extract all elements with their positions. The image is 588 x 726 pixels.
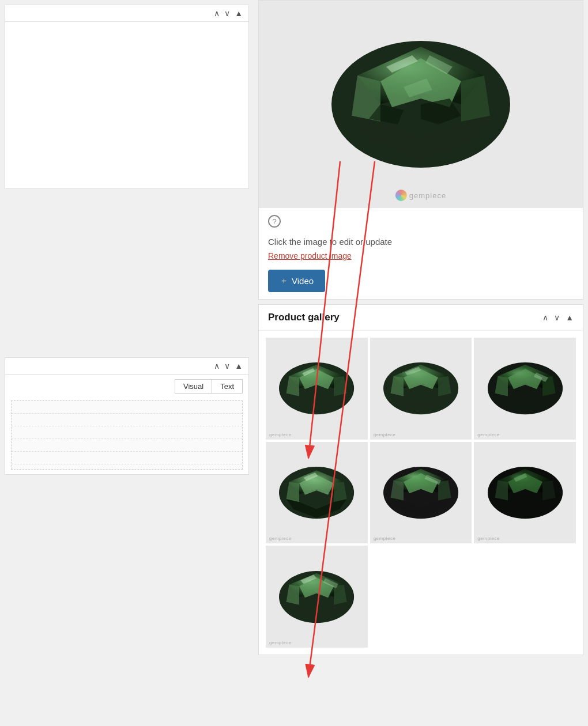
gallery-watermark-3: gempiece <box>477 432 500 437</box>
editor-line-1 <box>12 401 242 414</box>
plus-icon: ＋ <box>280 275 288 286</box>
gallery-toolbar: ∧ ∨ ▲ <box>542 313 574 322</box>
editor-line-3 <box>12 426 242 439</box>
editor-area[interactable] <box>11 400 243 470</box>
video-label: Video <box>292 276 314 286</box>
gallery-item-7[interactable]: gempiece <box>266 546 368 648</box>
product-image-container[interactable]: gempiece <box>259 1 583 208</box>
gempiece-watermark: gempiece <box>395 190 446 201</box>
product-gallery-block: Product gallery ∧ ∨ ▲ <box>258 304 583 655</box>
gallery-watermark-6: gempiece <box>477 536 500 541</box>
gallery-watermark-2: gempiece <box>374 432 396 437</box>
left-block-1-toolbar: ∧ ∨ ▲ <box>5 5 248 22</box>
gallery-up-icon[interactable]: ∧ <box>542 313 548 322</box>
gallery-item-2[interactable]: gempiece <box>370 338 472 440</box>
right-panel: gempiece ? Click the image to edit or up… <box>254 0 588 726</box>
left-spacer <box>0 189 254 350</box>
gallery-watermark-5: gempiece <box>374 536 396 541</box>
visual-text-tabs: Visual Text <box>5 375 248 398</box>
remove-product-image-link[interactable]: Remove product image <box>268 251 574 260</box>
left-block-1-content <box>5 22 248 177</box>
arrow-up-icon-2[interactable]: ▲ <box>235 361 243 370</box>
gallery-watermark-7: gempiece <box>269 640 292 645</box>
add-video-button[interactable]: ＋ Video <box>268 270 325 292</box>
editor-line-5 <box>12 452 242 464</box>
text-tab[interactable]: Text <box>212 379 243 394</box>
gallery-grid: gempiece <box>259 331 583 655</box>
gallery-down-icon[interactable]: ∨ <box>554 313 560 322</box>
editor-line-2 <box>12 414 242 426</box>
left-block-1: ∧ ∨ ▲ <box>5 5 249 189</box>
gallery-item-3[interactable]: gempiece <box>474 338 576 440</box>
gempiece-text: gempiece <box>409 191 446 200</box>
down-icon-2[interactable]: ∨ <box>224 361 230 370</box>
gemstone-image <box>323 24 519 185</box>
left-block-2-toolbar: ∧ ∨ ▲ <box>5 358 248 375</box>
gallery-header: Product gallery ∧ ∨ ▲ <box>259 305 583 331</box>
help-icon[interactable]: ? <box>268 215 281 228</box>
gallery-watermark-4: gempiece <box>269 536 292 541</box>
gallery-arrow-up-icon[interactable]: ▲ <box>566 313 574 322</box>
editor-line-4 <box>12 439 242 452</box>
down-icon-1[interactable]: ∨ <box>224 9 230 18</box>
arrow-up-icon-1[interactable]: ▲ <box>235 9 243 18</box>
gallery-watermark-1: gempiece <box>269 432 292 437</box>
gempiece-logo-icon <box>395 190 407 201</box>
gallery-item-4[interactable]: gempiece <box>266 442 368 544</box>
gallery-item-6[interactable]: gempiece <box>474 442 576 544</box>
gallery-item-5[interactable]: gempiece <box>370 442 472 544</box>
up-icon-2[interactable]: ∧ <box>214 361 220 370</box>
left-block-2: ∧ ∨ ▲ Visual Text <box>5 357 249 475</box>
click-to-edit-text: Click the image to edit or update <box>268 237 574 247</box>
gallery-title: Product gallery <box>268 312 340 323</box>
up-icon-1[interactable]: ∧ <box>214 9 220 18</box>
visual-tab[interactable]: Visual <box>175 379 212 394</box>
product-image-footer: ? Click the image to edit or update Remo… <box>259 208 583 299</box>
product-image-block: gempiece ? Click the image to edit or up… <box>258 0 583 300</box>
gallery-item-1[interactable]: gempiece <box>266 338 368 440</box>
